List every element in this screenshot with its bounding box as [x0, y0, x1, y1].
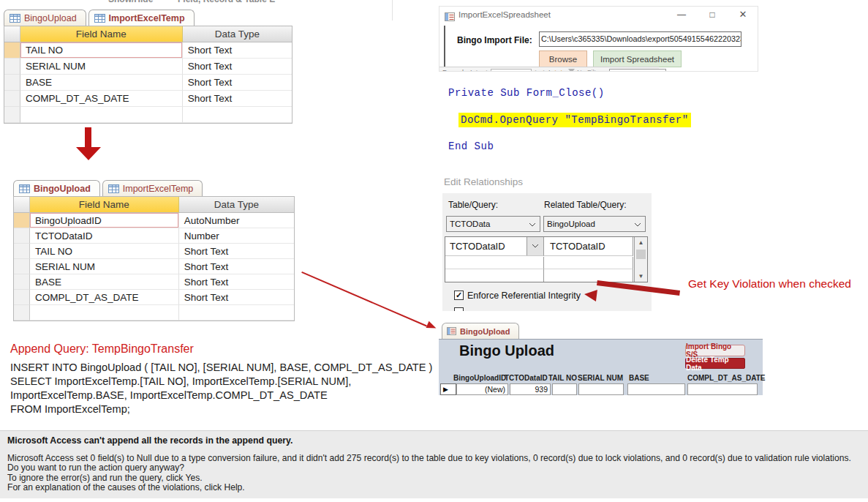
- data-type-cell[interactable]: Short Text: [183, 91, 292, 107]
- related-table-query-dropdown[interactable]: BingoUpload: [543, 216, 646, 232]
- form-edge-line: [444, 26, 445, 67]
- scroll-up-icon[interactable]: ▲: [635, 237, 647, 248]
- row-selector[interactable]: [14, 228, 30, 244]
- enforce-referential-integrity-checkbox[interactable]: ✓: [454, 291, 464, 300]
- delete-temp-data-button[interactable]: Delete Temp Data: [685, 358, 745, 369]
- base-cell[interactable]: [627, 383, 685, 395]
- access-tutorial-composite: Show/Hide Field, Record & Table E BingoU…: [0, 0, 868, 502]
- vba-line: Private Sub Form_Close(): [448, 87, 605, 99]
- data-type-cell[interactable]: Short Text: [179, 244, 294, 259]
- design-view-bingoupload: BingoUpload ImportExcelTemp Field Name D…: [13, 179, 295, 321]
- tab-bingoupload[interactable]: BingoUpload: [4, 10, 86, 26]
- data-type-cell[interactable]: Short Text: [183, 75, 292, 91]
- design-view-importexceltemp: BingoUpload ImportExcelTemp Field Name D…: [4, 9, 293, 124]
- data-type-cell[interactable]: [179, 305, 294, 321]
- data-type-cell[interactable]: [183, 107, 292, 123]
- tab-bingoupload-form[interactable]: BingoUpload: [442, 323, 519, 339]
- data-type-cell[interactable]: Short Text: [183, 42, 292, 59]
- filter-funnel-icon: [568, 69, 575, 72]
- sql-line: ImportExcelTemp.BASE, ImportExcelTemp.CO…: [10, 389, 420, 402]
- field-name-cell[interactable]: TAIL NO: [30, 244, 179, 259]
- record-selector[interactable]: ▶: [440, 383, 456, 395]
- dropdown-value: TCTOData: [450, 220, 490, 228]
- tailno-cell[interactable]: [552, 383, 577, 395]
- field-name-cell[interactable]: SERIAL NUM: [30, 259, 179, 274]
- bingouploadid-cell[interactable]: (New): [456, 383, 508, 395]
- field-name-cell[interactable]: [30, 305, 179, 321]
- new-record-icon[interactable]: ▶*: [555, 69, 562, 72]
- tctodataid-cell[interactable]: 939: [510, 383, 551, 395]
- field-name-cell[interactable]: TAIL NO: [20, 42, 183, 59]
- data-type-cell[interactable]: AutoNumber: [179, 213, 294, 228]
- table-row: SERIAL NUM Short Text: [4, 59, 292, 75]
- row-selector[interactable]: [14, 274, 30, 290]
- red-arrow-diagonal-head: [426, 321, 438, 331]
- red-arrow-down: [85, 127, 91, 148]
- import-spreadsheet-button[interactable]: Import Spreadsheet: [593, 50, 682, 67]
- grid-scrollbar[interactable]: ▲ ▼: [634, 237, 647, 282]
- row-selector[interactable]: [14, 244, 30, 259]
- previous-record-icon[interactable]: ◀: [482, 69, 487, 72]
- no-filter-label[interactable]: No Filter: [577, 69, 602, 72]
- record-number-box[interactable]: [491, 69, 532, 72]
- row-selector[interactable]: [14, 213, 30, 228]
- tab-importexceltemp[interactable]: ImportExcelTemp: [102, 180, 203, 196]
- browse-button[interactable]: Browse: [539, 50, 587, 67]
- join-row-empty[interactable]: [544, 269, 633, 282]
- field-name-cell[interactable]: COMPL_DT_AS_DATE: [20, 91, 183, 107]
- join-row-empty[interactable]: [544, 257, 633, 269]
- data-type-cell[interactable]: Short Text: [179, 259, 294, 274]
- field-name-header: Field Name: [30, 197, 179, 213]
- cascade-checkbox-partial[interactable]: [454, 307, 464, 311]
- first-record-icon[interactable]: I◀: [470, 69, 477, 72]
- ribbon-separator: [392, 0, 393, 20]
- table-row: TAIL NO Short Text: [4, 42, 292, 59]
- vba-code-editor[interactable]: Private Sub Form_Close() DoCmd.OpenQuery…: [448, 87, 755, 160]
- column-header: TCTODataID: [505, 374, 548, 382]
- close-button[interactable]: ✕: [735, 8, 751, 21]
- table-icon: [19, 184, 30, 193]
- scrollbar-thumb[interactable]: [636, 250, 646, 259]
- join-row-empty[interactable]: [445, 269, 544, 282]
- row-selector[interactable]: [14, 290, 30, 305]
- row-selector[interactable]: [4, 42, 20, 59]
- field-name-cell[interactable]: SERIAL NUM: [20, 59, 183, 75]
- data-type-cell[interactable]: Number: [179, 228, 294, 244]
- record-navigation-bar: Record: I◀ ◀ ▶ ▶I ▶* No Filter Search: [439, 67, 659, 72]
- compl-dt-cell[interactable]: [687, 383, 758, 395]
- importexcelspreadsheet-window: ImportExcelSpreadsheet — □ ✕ Bingo Impor…: [439, 6, 758, 72]
- join-row-empty[interactable]: [445, 257, 544, 269]
- field-name-cell[interactable]: COMPL_DT_AS_DATE: [30, 290, 179, 305]
- join-field-right[interactable]: TCTODataID: [544, 237, 633, 256]
- field-name-cell[interactable]: BingoUploadID: [30, 213, 179, 228]
- row-selector[interactable]: [4, 59, 20, 75]
- column-header: BingoUploadID: [453, 374, 506, 382]
- scroll-down-icon[interactable]: ▼: [635, 271, 647, 282]
- data-type-cell[interactable]: Short Text: [183, 59, 292, 75]
- field-name-cell[interactable]: BASE: [20, 75, 183, 91]
- tab-importexceltemp[interactable]: ImportExcelTemp: [88, 10, 195, 26]
- minimize-button[interactable]: —: [673, 8, 690, 21]
- serialnum-cell[interactable]: [578, 383, 624, 395]
- join-field-dropdown-button[interactable]: [527, 237, 543, 255]
- row-selector[interactable]: [4, 107, 20, 123]
- row-selector[interactable]: [4, 75, 20, 91]
- row-selector[interactable]: [14, 305, 30, 321]
- table-query-dropdown[interactable]: TCTOData: [446, 216, 540, 232]
- next-record-icon[interactable]: ▶: [535, 69, 540, 72]
- field-name-cell[interactable]: TCTODataID: [30, 228, 179, 244]
- search-input[interactable]: Search: [609, 69, 666, 72]
- row-selector[interactable]: [4, 91, 20, 107]
- tab-bingoupload[interactable]: BingoUpload: [13, 180, 100, 196]
- maximize-button[interactable]: □: [704, 8, 720, 21]
- bingo-import-file-input[interactable]: C:\Users\c365335\Downloads\export5054915…: [539, 31, 741, 47]
- data-type-cell[interactable]: Short Text: [179, 290, 294, 305]
- field-name-cell[interactable]: BASE: [30, 274, 179, 290]
- chevron-down-icon: [529, 222, 536, 227]
- data-type-cell[interactable]: Short Text: [179, 274, 294, 290]
- last-record-icon[interactable]: ▶I: [543, 69, 550, 72]
- field-name-cell[interactable]: [20, 107, 183, 123]
- sql-line: SELECT ImportExcelTemp.[TAIL NO], Import…: [10, 375, 420, 389]
- form-title: Bingo Upload: [459, 342, 554, 359]
- row-selector[interactable]: [14, 259, 30, 274]
